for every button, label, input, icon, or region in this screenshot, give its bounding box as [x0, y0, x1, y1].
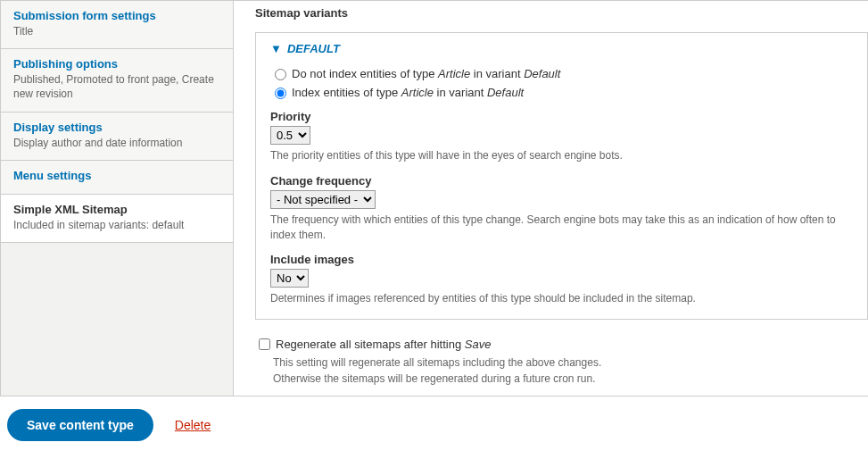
variant-details: ▼DEFAULT Do not index entities of type A…: [255, 32, 868, 320]
tab-title: Display settings: [13, 121, 220, 134]
tab-title: Menu settings: [13, 169, 220, 182]
tab-desc: Published, Promoted to front page, Creat…: [13, 72, 220, 101]
changefreq-help: The frequency with which entities of thi…: [270, 213, 853, 243]
summary-label: DEFAULT: [287, 42, 340, 55]
settings-tabs: Submission form settings Title Publishin…: [0, 0, 234, 396]
main-panel: Sitemap variants ▼DEFAULT Do not index e…: [234, 0, 868, 396]
regenerate-checkbox[interactable]: [259, 338, 270, 350]
radio-label: Do not index entities of type Article in…: [292, 67, 560, 80]
tab-simple-xml-sitemap[interactable]: Simple XML Sitemap Included in sitemap v…: [1, 195, 233, 243]
radio-input-index[interactable]: [275, 88, 286, 99]
tab-display-settings[interactable]: Display settings Display author and date…: [1, 113, 233, 161]
radio-label: Index entities of type Article in varian…: [292, 86, 524, 99]
tab-publishing-options[interactable]: Publishing options Published, Promoted t…: [1, 49, 233, 112]
tab-desc: Included in sitemap variants: default: [13, 218, 220, 232]
images-select[interactable]: No: [270, 269, 309, 288]
priority-help: The priority entities of this type will …: [270, 148, 853, 163]
changefreq-label: Change frequency: [270, 174, 853, 188]
radio-index[interactable]: Index entities of type Article in varian…: [270, 85, 853, 99]
chevron-down-icon: ▼: [270, 42, 282, 55]
sidebar-filler: [1, 243, 233, 368]
priority-label: Priority: [270, 110, 853, 123]
changefreq-select[interactable]: - Not specified -: [270, 190, 376, 209]
priority-select[interactable]: 0.5: [270, 126, 310, 145]
save-button[interactable]: Save content type: [7, 409, 153, 441]
section-title: Sitemap variants: [255, 6, 868, 20]
tab-submission-form-settings[interactable]: Submission form settings Title: [1, 1, 233, 49]
form-actions: Save content type Delete: [0, 396, 868, 454]
delete-link[interactable]: Delete: [175, 418, 211, 432]
images-help: Determines if images referenced by entit…: [270, 291, 853, 306]
field-priority: Priority 0.5 The priority entities of th…: [270, 110, 853, 163]
tab-menu-settings[interactable]: Menu settings: [1, 161, 233, 195]
field-include-images: Include images No Determines if images r…: [270, 253, 853, 306]
radio-do-not-index[interactable]: Do not index entities of type Article in…: [270, 66, 853, 80]
images-label: Include images: [270, 253, 853, 266]
details-summary[interactable]: ▼DEFAULT: [270, 42, 853, 55]
tab-desc: Title: [13, 24, 220, 38]
tab-title: Submission form settings: [13, 9, 220, 22]
tab-title: Publishing options: [13, 57, 220, 71]
field-regenerate: Regenerate all sitemaps after hitting Sa…: [255, 336, 868, 387]
tab-title: Simple XML Sitemap: [13, 203, 220, 216]
regenerate-help: This setting will regenerate all sitemap…: [273, 355, 868, 387]
tab-desc: Display author and date information: [13, 136, 220, 150]
field-change-frequency: Change frequency - Not specified - The f…: [270, 174, 853, 243]
radio-input-do-not-index[interactable]: [275, 69, 286, 80]
regenerate-label: Regenerate all sitemaps after hitting Sa…: [276, 338, 491, 351]
